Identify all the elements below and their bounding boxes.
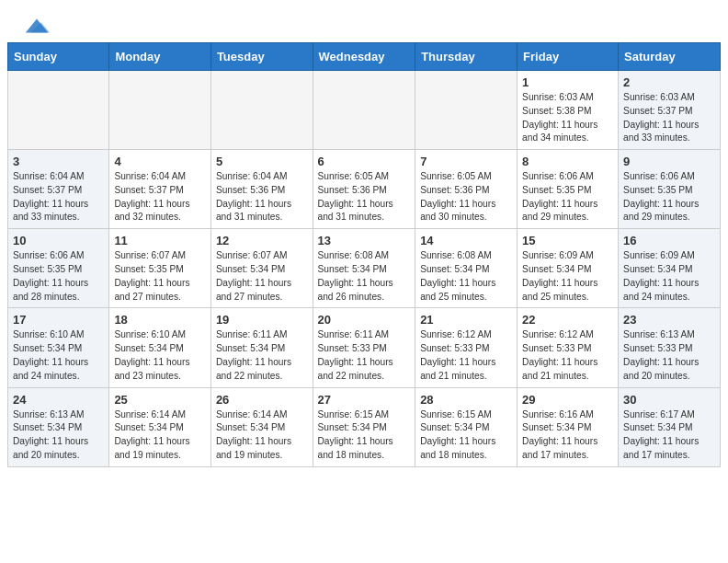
day-number: 30 xyxy=(623,393,715,407)
day-info: Sunrise: 6:09 AM Sunset: 5:34 PM Dayligh… xyxy=(522,249,613,304)
calendar-cell: 14Sunrise: 6:08 AM Sunset: 5:34 PM Dayli… xyxy=(415,229,518,308)
calendar-cell: 8Sunrise: 6:06 AM Sunset: 5:35 PM Daylig… xyxy=(518,150,619,229)
calendar-cell xyxy=(109,71,211,150)
day-number: 6 xyxy=(318,155,411,168)
calendar-cell: 23Sunrise: 6:13 AM Sunset: 5:33 PM Dayli… xyxy=(619,308,721,387)
calendar-cell xyxy=(415,71,518,150)
day-number: 2 xyxy=(623,75,715,89)
day-info: Sunrise: 6:06 AM Sunset: 5:35 PM Dayligh… xyxy=(13,249,104,304)
day-info: Sunrise: 6:04 AM Sunset: 5:37 PM Dayligh… xyxy=(114,170,206,224)
day-number: 4 xyxy=(114,155,206,168)
day-info: Sunrise: 6:07 AM Sunset: 5:35 PM Dayligh… xyxy=(114,249,206,304)
day-info: Sunrise: 6:12 AM Sunset: 5:33 PM Dayligh… xyxy=(522,328,613,383)
calendar-day-header-monday: Monday xyxy=(109,43,211,71)
calendar-cell: 5Sunrise: 6:04 AM Sunset: 5:36 PM Daylig… xyxy=(210,150,313,229)
calendar-cell: 2Sunrise: 6:03 AM Sunset: 5:37 PM Daylig… xyxy=(619,71,721,150)
calendar-cell: 7Sunrise: 6:05 AM Sunset: 5:36 PM Daylig… xyxy=(415,150,518,229)
calendar-week-row: 17Sunrise: 6:10 AM Sunset: 5:34 PM Dayli… xyxy=(8,308,721,387)
day-info: Sunrise: 6:05 AM Sunset: 5:36 PM Dayligh… xyxy=(420,170,512,224)
calendar-cell xyxy=(8,71,109,150)
day-info: Sunrise: 6:08 AM Sunset: 5:34 PM Dayligh… xyxy=(420,249,512,304)
day-number: 24 xyxy=(13,393,104,407)
calendar-cell xyxy=(210,71,313,150)
calendar-day-header-wednesday: Wednesday xyxy=(313,43,415,71)
day-info: Sunrise: 6:12 AM Sunset: 5:33 PM Dayligh… xyxy=(420,328,512,383)
calendar-cell: 6Sunrise: 6:05 AM Sunset: 5:36 PM Daylig… xyxy=(313,150,415,229)
day-info: Sunrise: 6:15 AM Sunset: 5:34 PM Dayligh… xyxy=(318,408,411,463)
calendar-cell: 1Sunrise: 6:03 AM Sunset: 5:38 PM Daylig… xyxy=(518,71,619,150)
day-number: 17 xyxy=(13,313,104,327)
calendar-day-header-thursday: Thursday xyxy=(415,43,518,71)
day-info: Sunrise: 6:13 AM Sunset: 5:33 PM Dayligh… xyxy=(623,328,715,383)
day-info: Sunrise: 6:11 AM Sunset: 5:33 PM Dayligh… xyxy=(318,328,411,383)
calendar-day-header-friday: Friday xyxy=(518,43,619,71)
day-number: 9 xyxy=(623,155,715,168)
day-info: Sunrise: 6:14 AM Sunset: 5:34 PM Dayligh… xyxy=(114,408,206,463)
calendar-cell: 13Sunrise: 6:08 AM Sunset: 5:34 PM Dayli… xyxy=(313,229,415,308)
calendar-week-row: 3Sunrise: 6:04 AM Sunset: 5:37 PM Daylig… xyxy=(8,150,721,229)
calendar-cell: 17Sunrise: 6:10 AM Sunset: 5:34 PM Dayli… xyxy=(8,308,109,387)
day-number: 3 xyxy=(13,155,104,168)
calendar-table: SundayMondayTuesdayWednesdayThursdayFrid… xyxy=(7,42,721,467)
day-number: 16 xyxy=(623,234,715,247)
calendar-cell xyxy=(313,71,415,150)
day-info: Sunrise: 6:03 AM Sunset: 5:38 PM Dayligh… xyxy=(522,91,613,145)
day-info: Sunrise: 6:15 AM Sunset: 5:34 PM Dayligh… xyxy=(420,408,512,463)
calendar-week-row: 10Sunrise: 6:06 AM Sunset: 5:35 PM Dayli… xyxy=(8,229,721,308)
day-number: 7 xyxy=(420,155,512,168)
day-info: Sunrise: 6:17 AM Sunset: 5:34 PM Dayligh… xyxy=(623,408,715,463)
day-number: 15 xyxy=(522,234,613,247)
calendar-cell: 4Sunrise: 6:04 AM Sunset: 5:37 PM Daylig… xyxy=(109,150,211,229)
day-number: 28 xyxy=(420,393,512,407)
day-number: 18 xyxy=(114,313,206,327)
calendar-cell: 18Sunrise: 6:10 AM Sunset: 5:34 PM Dayli… xyxy=(109,308,211,387)
day-info: Sunrise: 6:11 AM Sunset: 5:34 PM Dayligh… xyxy=(216,328,308,383)
day-info: Sunrise: 6:14 AM Sunset: 5:34 PM Dayligh… xyxy=(216,408,308,463)
calendar-cell: 25Sunrise: 6:14 AM Sunset: 5:34 PM Dayli… xyxy=(109,387,211,466)
calendar-cell: 28Sunrise: 6:15 AM Sunset: 5:34 PM Dayli… xyxy=(415,387,518,466)
day-number: 26 xyxy=(216,393,308,407)
calendar-week-row: 1Sunrise: 6:03 AM Sunset: 5:38 PM Daylig… xyxy=(8,71,721,150)
calendar-day-header-tuesday: Tuesday xyxy=(210,43,313,71)
calendar-cell: 30Sunrise: 6:17 AM Sunset: 5:34 PM Dayli… xyxy=(619,387,721,466)
day-info: Sunrise: 6:16 AM Sunset: 5:34 PM Dayligh… xyxy=(522,408,613,463)
day-number: 22 xyxy=(522,313,613,327)
day-info: Sunrise: 6:05 AM Sunset: 5:36 PM Dayligh… xyxy=(318,170,411,224)
day-number: 11 xyxy=(114,234,206,247)
calendar-cell: 9Sunrise: 6:06 AM Sunset: 5:35 PM Daylig… xyxy=(619,150,721,229)
day-info: Sunrise: 6:04 AM Sunset: 5:36 PM Dayligh… xyxy=(216,170,308,224)
day-number: 19 xyxy=(216,313,308,327)
day-number: 23 xyxy=(623,313,715,327)
day-info: Sunrise: 6:03 AM Sunset: 5:37 PM Dayligh… xyxy=(623,91,715,145)
day-number: 1 xyxy=(522,75,613,89)
calendar-week-row: 24Sunrise: 6:13 AM Sunset: 5:34 PM Dayli… xyxy=(8,387,721,466)
day-number: 5 xyxy=(216,155,308,168)
calendar-cell: 19Sunrise: 6:11 AM Sunset: 5:34 PM Dayli… xyxy=(210,308,313,387)
day-number: 12 xyxy=(216,234,308,247)
day-number: 14 xyxy=(420,234,512,247)
calendar-cell: 11Sunrise: 6:07 AM Sunset: 5:35 PM Dayli… xyxy=(109,229,211,308)
day-info: Sunrise: 6:08 AM Sunset: 5:34 PM Dayligh… xyxy=(318,249,411,304)
day-number: 20 xyxy=(318,313,411,327)
calendar-cell: 20Sunrise: 6:11 AM Sunset: 5:33 PM Dayli… xyxy=(313,308,415,387)
calendar-day-header-sunday: Sunday xyxy=(8,43,109,71)
calendar-day-header-saturday: Saturday xyxy=(619,43,721,71)
calendar-cell: 21Sunrise: 6:12 AM Sunset: 5:33 PM Dayli… xyxy=(415,308,518,387)
calendar-cell: 29Sunrise: 6:16 AM Sunset: 5:34 PM Dayli… xyxy=(518,387,619,466)
day-number: 21 xyxy=(420,313,512,327)
calendar-cell: 22Sunrise: 6:12 AM Sunset: 5:33 PM Dayli… xyxy=(518,308,619,387)
calendar-cell: 24Sunrise: 6:13 AM Sunset: 5:34 PM Dayli… xyxy=(8,387,109,466)
day-info: Sunrise: 6:10 AM Sunset: 5:34 PM Dayligh… xyxy=(114,328,206,383)
day-info: Sunrise: 6:13 AM Sunset: 5:34 PM Dayligh… xyxy=(13,408,104,463)
day-number: 8 xyxy=(522,155,613,168)
calendar-wrapper: SundayMondayTuesdayWednesdayThursdayFrid… xyxy=(0,42,728,475)
calendar-cell: 3Sunrise: 6:04 AM Sunset: 5:37 PM Daylig… xyxy=(8,150,109,229)
day-info: Sunrise: 6:04 AM Sunset: 5:37 PM Dayligh… xyxy=(13,170,104,224)
day-number: 10 xyxy=(13,234,104,247)
day-number: 27 xyxy=(318,393,411,407)
calendar-cell: 16Sunrise: 6:09 AM Sunset: 5:34 PM Dayli… xyxy=(619,229,721,308)
calendar-cell: 15Sunrise: 6:09 AM Sunset: 5:34 PM Dayli… xyxy=(518,229,619,308)
logo-icon xyxy=(24,17,50,37)
logo xyxy=(22,17,50,33)
calendar-header-row: SundayMondayTuesdayWednesdayThursdayFrid… xyxy=(8,43,721,71)
